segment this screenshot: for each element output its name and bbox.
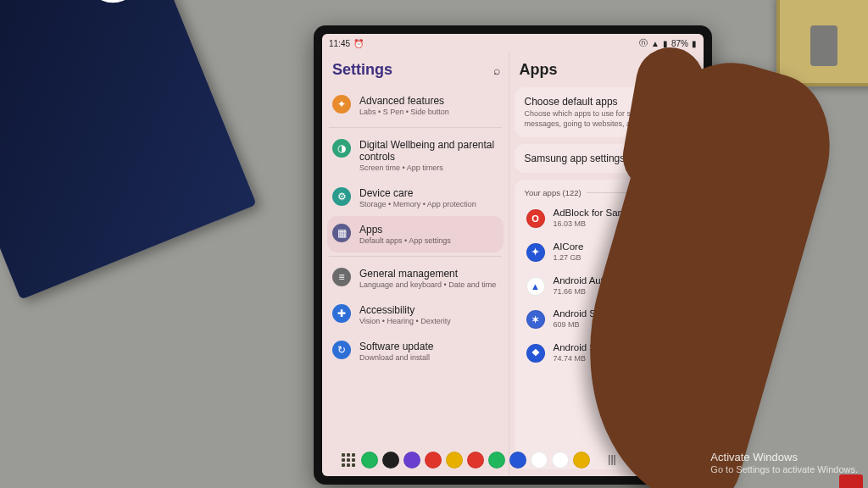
settings-item-software-update[interactable]: ↻Software updateDownload and install	[327, 333, 504, 369]
wooden-jig	[776, 0, 868, 86]
taskbar-app[interactable]	[509, 452, 526, 469]
settings-title: Settings	[332, 61, 392, 79]
app-icon: ✦	[526, 243, 545, 262]
wifi-icon: ▲	[651, 39, 659, 48]
settings-item-title: Advanced features	[359, 95, 449, 107]
settings-item-icon: ✦	[332, 95, 351, 114]
app-icon: ❖	[526, 344, 545, 363]
your-apps-label: Your apps (122)	[525, 188, 581, 197]
app-title: AICore	[554, 241, 584, 252]
settings-item-icon: ✚	[332, 304, 351, 323]
taskbar-app[interactable]	[382, 452, 399, 469]
signal-icon: ▮	[663, 39, 668, 48]
settings-item-title: Digital Wellbeing and parental controls	[359, 139, 498, 163]
box-badge	[78, 0, 148, 11]
settings-item-sub: Download and install	[359, 353, 433, 362]
watermark-sub: Go to Settings to activate Windows.	[710, 464, 858, 476]
settings-item-icon: ◑	[332, 139, 351, 158]
settings-item-icon: ▦	[332, 224, 351, 242]
settings-item-title: General management	[359, 268, 496, 280]
channel-logo	[839, 474, 863, 488]
taskbar-app[interactable]	[531, 452, 548, 469]
settings-item-icon: ⚙	[332, 187, 351, 206]
recents-button[interactable]: |||	[606, 453, 618, 468]
search-icon[interactable]: ⌕	[493, 64, 500, 77]
settings-item-icon: ≡	[332, 268, 351, 286]
settings-item-device-care[interactable]: ⚙Device careStorage • Memory • App prote…	[327, 180, 504, 216]
taskbar-apps[interactable]	[361, 452, 590, 469]
battery-icon: ▮	[692, 39, 697, 48]
settings-pane: Settings ⌕ ✦Advanced featuresLabs • S Pe…	[322, 53, 509, 476]
settings-item-advanced-features[interactable]: ✦Advanced featuresLabs • S Pen • Side bu…	[327, 87, 504, 124]
settings-item-digital-wellbeing-and-parental-controls[interactable]: ◑Digital Wellbeing and parental controls…	[327, 131, 504, 180]
settings-item-sub: Default apps • App settings	[359, 236, 451, 245]
status-time: 11:45	[329, 39, 350, 48]
settings-item-general-management[interactable]: ≡General managementLanguage and keyboard…	[327, 260, 504, 297]
alarm-icon: ⏰	[353, 39, 364, 48]
apps-title: Apps	[520, 61, 558, 79]
battery-text: 87%	[671, 39, 688, 48]
taskbar-app[interactable]	[361, 452, 378, 469]
app-icon: ✶	[526, 310, 545, 329]
settings-item-sub: Language and keyboard • Date and time	[359, 280, 496, 289]
app-icon: O	[526, 209, 545, 228]
settings-item-sub: Screen time • App timers	[359, 164, 498, 172]
apps-drawer-icon[interactable]	[340, 452, 357, 469]
settings-item-icon: ↻	[332, 341, 351, 359]
settings-header: Settings ⌕	[327, 56, 504, 87]
settings-item-title: Device care	[359, 187, 476, 199]
taskbar-app[interactable]	[446, 452, 463, 469]
nfc-icon: ⓝ	[639, 37, 648, 49]
app-size: 1.27 GB	[554, 253, 584, 263]
settings-item-title: Accessibility	[359, 304, 451, 316]
product-box: Galaxy Z Fold6	[0, 0, 257, 300]
settings-item-title: Software update	[359, 341, 433, 352]
settings-item-title: Apps	[359, 224, 451, 236]
taskbar-app[interactable]	[467, 452, 484, 469]
taskbar-app[interactable]	[425, 452, 442, 469]
settings-item-apps[interactable]: ▦AppsDefault apps • App settings	[327, 216, 504, 252]
status-bar: 11:45 ⏰ ⓝ ▲ ▮ 87% ▮	[322, 34, 704, 53]
app-icon: ▲	[526, 277, 545, 296]
settings-list[interactable]: ✦Advanced featuresLabs • S Pen • Side bu…	[327, 87, 504, 476]
windows-watermark: Activate Windows Go to Settings to activ…	[710, 451, 858, 476]
settings-item-accessibility[interactable]: ✚AccessibilityVision • Hearing • Dexteri…	[327, 297, 504, 333]
taskbar-app[interactable]	[573, 452, 590, 469]
taskbar-app[interactable]	[488, 452, 505, 469]
taskbar-app[interactable]	[403, 452, 420, 469]
settings-item-sub: Storage • Memory • App protection	[359, 200, 476, 208]
taskbar-app[interactable]	[552, 452, 569, 469]
watermark-title: Activate Windows	[710, 451, 858, 464]
settings-item-sub: Vision • Hearing • Dexterity	[359, 317, 451, 325]
settings-item-sub: Labs • S Pen • Side button	[359, 108, 449, 116]
